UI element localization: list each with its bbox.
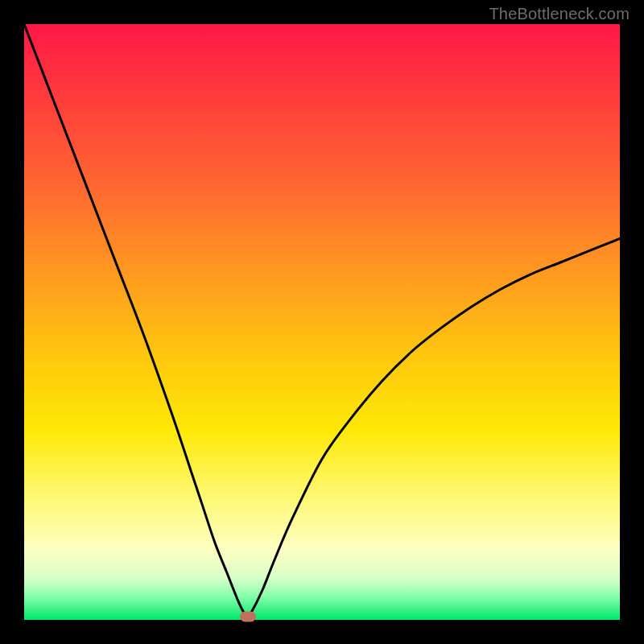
bottleneck-curve <box>24 24 620 620</box>
watermark-text: TheBottleneck.com <box>489 5 630 23</box>
plot-area <box>24 24 620 620</box>
curve-path <box>24 24 620 617</box>
chart-frame: TheBottleneck.com <box>0 0 644 644</box>
optimum-marker <box>240 612 256 622</box>
